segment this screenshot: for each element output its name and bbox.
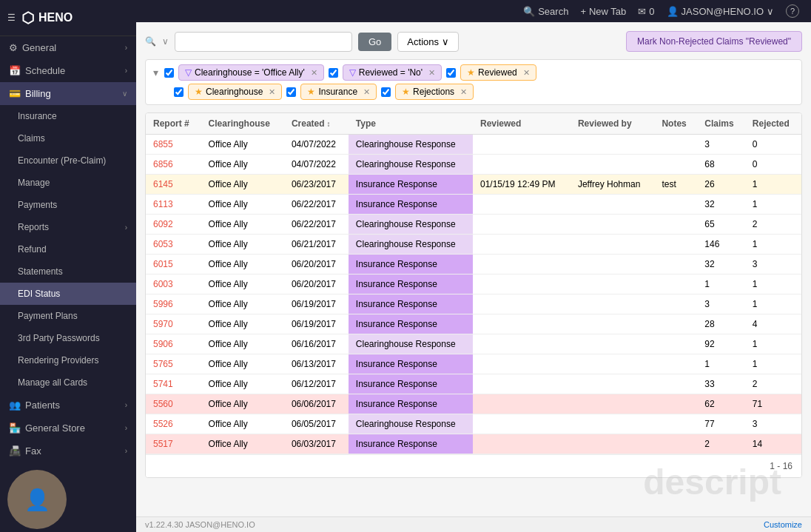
- help-button[interactable]: ?: [786, 4, 799, 18]
- filter-6-checkbox[interactable]: [381, 87, 391, 97]
- funnel-icon: ▽: [185, 67, 192, 78]
- filter-area: ▾ ▽ Clearinghouse = 'Office Ally' ✕ ▽ Re…: [145, 59, 802, 105]
- cell-type: Insurance Response: [349, 175, 473, 195]
- go-button[interactable]: Go: [358, 33, 391, 51]
- cell-clearinghouse: Office Ally: [201, 255, 284, 275]
- sidebar-logo: ⬡ HENO: [21, 9, 73, 27]
- sidebar-item-refund[interactable]: Refund: [0, 238, 136, 260]
- filter-chip-reviewed-star: ★ Reviewed ✕: [460, 64, 536, 81]
- cell-reviewed-by: [571, 414, 655, 434]
- cell-created: 06/22/2017: [284, 195, 349, 215]
- cell-rejected: 1: [745, 175, 801, 195]
- sidebar-item-patients[interactable]: 👥 Patients ›: [0, 394, 136, 417]
- filter-5-checkbox[interactable]: [286, 87, 296, 97]
- store-icon: 🏪: [9, 422, 21, 434]
- sidebar-item-insurance[interactable]: Insurance: [0, 105, 136, 127]
- cell-claims: 92: [697, 334, 744, 354]
- cell-report-id[interactable]: 6015: [146, 255, 201, 275]
- filter-3-checkbox[interactable]: [446, 68, 456, 78]
- sidebar-item-payments[interactable]: Payments: [0, 194, 136, 216]
- inbox-button[interactable]: ✉ 0: [638, 6, 654, 17]
- cell-report-id[interactable]: 6145: [146, 175, 201, 195]
- cell-report-id[interactable]: 5741: [146, 374, 201, 394]
- filter-close-3[interactable]: ✕: [523, 68, 530, 78]
- search-button[interactable]: 🔍 Search: [523, 6, 568, 17]
- cell-reviewed-by: [571, 394, 655, 414]
- cell-created: 06/22/2017: [284, 215, 349, 235]
- col-rejected: Rejected: [745, 113, 801, 135]
- sidebar-item-rendering[interactable]: Rendering Providers: [0, 349, 136, 371]
- filter-4-checkbox[interactable]: [174, 87, 184, 97]
- sidebar-item-fax[interactable]: 📠 Fax ›: [0, 440, 136, 462]
- cell-report-id[interactable]: 6855: [146, 135, 201, 155]
- filter-close-1[interactable]: ✕: [311, 68, 317, 78]
- new-tab-button[interactable]: + New Tab: [580, 6, 626, 17]
- star-icon-4: ★: [402, 87, 410, 97]
- cell-report-id[interactable]: 6092: [146, 215, 201, 235]
- cell-reviewed: [473, 414, 571, 434]
- cell-report-id[interactable]: 5560: [146, 394, 201, 414]
- cell-created: 06/05/2017: [284, 414, 349, 434]
- sidebar-item-manage[interactable]: Manage: [0, 172, 136, 194]
- cell-report-id[interactable]: 6856: [146, 155, 201, 175]
- cell-report-id[interactable]: 6113: [146, 195, 201, 215]
- patients-icon: 👥: [9, 400, 21, 411]
- cell-report-id[interactable]: 5970: [146, 314, 201, 334]
- user-menu[interactable]: 👤 JASON@HENO.IO ∨: [667, 6, 774, 17]
- sort-icon: ↕: [327, 120, 331, 128]
- sidebar-item-general[interactable]: ⚙ General ›: [0, 36, 136, 59]
- filter-chip-clearinghouse: ▽ Clearinghouse = 'Office Ally' ✕: [178, 64, 324, 81]
- filter-close-4[interactable]: ✕: [269, 87, 275, 97]
- inbox-icon: ✉: [638, 6, 646, 17]
- cell-report-id[interactable]: 5765: [146, 354, 201, 374]
- cell-report-id[interactable]: 5517: [146, 434, 201, 454]
- dropdown-toggle-icon[interactable]: ∨: [162, 36, 169, 47]
- filter-close-5[interactable]: ✕: [363, 87, 370, 97]
- cell-report-id[interactable]: 5526: [146, 414, 201, 434]
- cell-report-id[interactable]: 6003: [146, 275, 201, 294]
- cell-clearinghouse: Office Ally: [201, 334, 284, 354]
- cell-report-id[interactable]: 5906: [146, 334, 201, 354]
- cell-clearinghouse: Office Ally: [201, 235, 284, 255]
- filter-close-6[interactable]: ✕: [460, 87, 467, 97]
- cell-type: Insurance Response: [349, 275, 473, 294]
- cell-created: 06/19/2017: [284, 314, 349, 334]
- search-input[interactable]: [175, 32, 352, 52]
- cell-clearinghouse: Office Ally: [201, 374, 284, 394]
- sidebar-item-encounter[interactable]: Encounter (Pre-Claim): [0, 149, 136, 172]
- filter-collapse-toggle[interactable]: ▾: [152, 65, 160, 80]
- col-report: Report #: [146, 113, 201, 135]
- table-row: 5560 Office Ally 06/06/2017 Insurance Re…: [146, 394, 801, 414]
- filter-2-checkbox[interactable]: [329, 68, 338, 78]
- mark-reviewed-button[interactable]: Mark Non-Rejected Claims "Reviewed": [626, 31, 802, 52]
- cell-report-id[interactable]: 6053: [146, 235, 201, 255]
- sidebar-item-schedule[interactable]: 📅 Schedule ›: [0, 59, 136, 82]
- filter-1-checkbox[interactable]: [164, 68, 174, 78]
- customize-link[interactable]: Customize: [764, 520, 802, 529]
- cell-reviewed-by: [571, 155, 655, 175]
- sidebar-item-3rd-party[interactable]: 3rd Party Passwords: [0, 327, 136, 349]
- cell-report-id[interactable]: 5996: [146, 294, 201, 314]
- hamburger-icon[interactable]: ☰: [7, 13, 16, 23]
- cell-clearinghouse: Office Ally: [201, 135, 284, 155]
- sidebar-item-billing[interactable]: 💳 Billing ∨: [0, 82, 136, 105]
- sidebar-item-claims[interactable]: Claims: [0, 127, 136, 149]
- cell-claims: 32: [697, 195, 744, 215]
- cell-notes: [654, 374, 697, 394]
- sidebar-item-edi-status[interactable]: EDI Status: [0, 283, 136, 305]
- actions-button[interactable]: Actions ∨: [397, 32, 459, 52]
- cell-claims: 2: [697, 434, 744, 454]
- sidebar-item-manage-cards[interactable]: Manage all Cards: [0, 371, 136, 394]
- col-created[interactable]: Created↕: [284, 113, 349, 135]
- table-row: 5906 Office Ally 06/16/2017 Clearinghous…: [146, 334, 801, 354]
- table-row: 6856 Office Ally 04/07/2022 Clearinghous…: [146, 155, 801, 175]
- sidebar-item-general-store[interactable]: 🏪 General Store ›: [0, 417, 136, 440]
- sidebar: ☰ ⬡ HENO ⚙ General › 📅 Schedule › 💳 Bill…: [0, 0, 136, 532]
- cell-rejected: 4: [745, 314, 801, 334]
- sidebar-item-reports[interactable]: Reports ›: [0, 216, 136, 238]
- sidebar-item-payment-plans[interactable]: Payment Plans: [0, 305, 136, 327]
- main-content: 🔍 Search + New Tab ✉ 0 👤 JASON@HENO.IO ∨…: [136, 0, 811, 532]
- cell-claims: 146: [697, 235, 744, 255]
- filter-close-2[interactable]: ✕: [428, 68, 435, 78]
- sidebar-item-statements[interactable]: Statements: [0, 260, 136, 283]
